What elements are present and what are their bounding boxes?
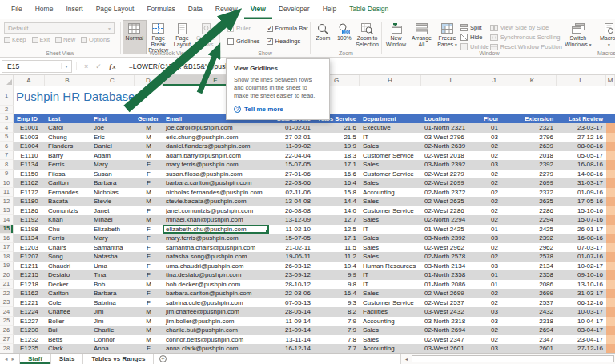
row-number[interactable]: 2 (0, 106, 14, 114)
table-cell[interactable]: eric.chung@pushpin.com (163, 133, 269, 142)
table-cell[interactable]: 03 (480, 160, 508, 170)
table-cell[interactable]: 2294 (508, 215, 557, 225)
table-cell[interactable]: 9.8 (314, 280, 360, 290)
ruler-checkbox[interactable]: Ruler (227, 25, 260, 32)
table-cell[interactable]: jim.chaffee@pushpin.com (163, 307, 269, 317)
table-cell[interactable]: joe.carol@pushpin.com (163, 123, 269, 133)
table-cell[interactable]: Tina (90, 270, 135, 280)
table-cell[interactable]: F (135, 225, 163, 234)
table-cell[interactable]: 02-North 2372 (421, 188, 480, 198)
row-number[interactable]: 15 (0, 225, 14, 234)
table-header-cell[interactable]: Extension (508, 114, 557, 123)
table-cell-next[interactable] (606, 206, 615, 216)
synchronous-scrolling-button[interactable]: Synchronous Scrolling (490, 34, 562, 41)
table-cell-next[interactable] (606, 160, 615, 170)
table-cell-next[interactable] (606, 317, 615, 326)
table-cell[interactable]: 05-05-17 (557, 151, 606, 161)
table-cell[interactable]: F (135, 252, 163, 262)
table-cell[interactable]: 02-West 2347 (421, 335, 480, 345)
table-cell[interactable]: 03-North 2392 (421, 160, 480, 170)
zoom-button[interactable]: Zoom (312, 20, 334, 48)
table-cell[interactable]: Comuntzis (45, 206, 90, 216)
table-cell[interactable]: IT (360, 270, 421, 280)
table-cell[interactable]: M (135, 215, 163, 225)
table-cell[interactable]: Anna (90, 344, 135, 353)
table-cell[interactable]: 23-09-12 (269, 270, 314, 280)
select-all-corner[interactable] (0, 75, 14, 86)
table-cell[interactable]: Jim (90, 317, 135, 326)
table-cell[interactable]: sabrina.cole@pushpin.com (163, 298, 269, 308)
table-cell[interactable]: Mary (90, 160, 135, 170)
formula-input[interactable]: =LOWER(C15&"."&B15&"@push (123, 62, 229, 70)
row-number[interactable]: 8 (0, 160, 14, 170)
table-header-cell-next[interactable] (606, 114, 615, 123)
table-header-cell[interactable]: Last Review (557, 114, 606, 123)
table-cell[interactable]: 7.8 (314, 335, 360, 345)
table-cell[interactable]: 02 (480, 215, 508, 225)
table-cell[interactable]: 19-06-11 (269, 252, 314, 262)
table-cell[interactable]: Sales (360, 234, 421, 243)
table-cell[interactable]: Nicholas (90, 188, 135, 198)
table-cell[interactable]: 03-North 2318 (421, 317, 480, 326)
column-header-l[interactable]: L (557, 75, 606, 86)
table-cell[interactable]: 27-12-16 (557, 344, 606, 353)
table-cell[interactable]: 2392 (508, 234, 557, 243)
page-layout-view-button[interactable]: Page Layout (171, 20, 195, 54)
table-cell[interactable]: 03 (480, 344, 508, 353)
table-header-cell[interactable]: Gender (135, 114, 163, 123)
formula-bar-checkbox[interactable]: Formula Bar (267, 25, 308, 32)
table-cell[interactable]: Customer Service (360, 170, 421, 179)
table-cell[interactable]: Chairs (45, 243, 90, 253)
table-cell[interactable]: 2425 (508, 225, 557, 234)
row-number[interactable]: 9 (0, 170, 14, 179)
table-cell[interactable]: 11-09-14 (269, 317, 314, 326)
table-cell[interactable]: 2318 (508, 317, 557, 326)
table-cell[interactable]: Mihael (90, 215, 135, 225)
table-cell[interactable]: mary.ferris@pushpin.com (163, 234, 269, 243)
table-cell[interactable]: Chaffee (45, 307, 90, 317)
table-cell[interactable]: Executive (360, 123, 421, 133)
table-cell[interactable]: M (135, 335, 163, 345)
normal-view-button[interactable]: Normal (123, 20, 147, 54)
table-cell-next[interactable] (606, 197, 615, 206)
table-cell[interactable]: E1186 (14, 206, 45, 216)
table-cell[interactable]: samantha.chairs@pushpin.com (163, 243, 269, 253)
table-cell[interactable]: 21-09-14 (269, 326, 314, 335)
table-cell[interactable]: E1162 (14, 178, 45, 188)
table-cell[interactable]: 16-08-16 (557, 234, 606, 243)
table-cell[interactable]: 23-03-17 (557, 123, 606, 133)
table-cell[interactable]: stevie.bacata@pushpin.com (163, 197, 269, 206)
table-cell[interactable]: Chaudri (45, 262, 90, 271)
sheet-tab-stats[interactable]: Stats (51, 354, 84, 364)
row-number[interactable]: 5 (0, 133, 14, 142)
ribbon-tab-review[interactable]: Review (209, 0, 244, 19)
ribbon-tab-page-layout[interactable]: Page Layout (90, 0, 141, 19)
scroll-left-icon[interactable]: ◂ (402, 356, 411, 362)
table-cell[interactable]: F (135, 262, 163, 271)
table-cell-next[interactable] (606, 270, 615, 280)
table-cell[interactable]: F (135, 344, 163, 353)
table-cell[interactable]: 7.9 (314, 326, 360, 335)
table-cell[interactable]: 02-North 2294 (421, 215, 480, 225)
table-cell[interactable]: 06-12-16 (557, 298, 606, 308)
column-header-i[interactable]: I (421, 75, 480, 86)
gridlines-checkbox[interactable]: Gridlines (227, 38, 260, 45)
table-cell[interactable]: 2635 (508, 197, 557, 206)
table-cell[interactable]: E1235 (14, 344, 45, 353)
table-cell[interactable]: 2432 (508, 307, 557, 317)
table-cell[interactable]: F (135, 178, 163, 188)
table-cell[interactable]: 2134 (508, 262, 557, 271)
table-cell[interactable]: IT (360, 133, 421, 142)
table-cell[interactable]: Customer Service (360, 206, 421, 216)
row-number[interactable]: 22 (0, 289, 14, 298)
table-cell[interactable]: janet.comuntzis@pushpin.com (163, 206, 269, 216)
table-cell[interactable]: barbara.carlton@pushpin.com (163, 289, 269, 298)
row-number[interactable]: 21 (0, 280, 14, 290)
table-cell[interactable]: M (135, 197, 163, 206)
switch-windows-button[interactable]: Switch Windows ▾ (563, 20, 593, 50)
table-cell-next[interactable] (606, 215, 615, 225)
table-cell-next[interactable] (606, 344, 615, 353)
sheet-tab-staff[interactable]: Staff (19, 354, 51, 364)
table-cell[interactable]: F (135, 170, 163, 179)
table-cell[interactable]: E1001 (14, 123, 45, 133)
